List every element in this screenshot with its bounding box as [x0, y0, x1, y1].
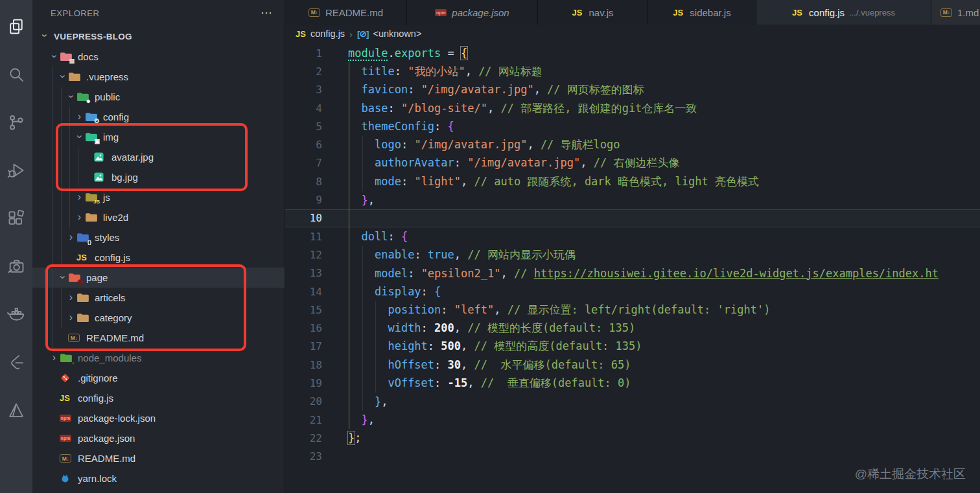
line-content: },: [348, 413, 375, 426]
breadcrumb-symbol[interactable]: <unknown>: [373, 29, 421, 39]
docker-icon[interactable]: [0, 293, 32, 336]
line-number[interactable]: 5: [285, 120, 322, 133]
line-number[interactable]: 9: [285, 194, 322, 206]
code-line-4: 4 base: "/blog-site/", // 部署路径, 跟创建的git仓…: [285, 99, 980, 117]
code-line-22: 22};: [285, 429, 980, 447]
line-content: model: "epsilon2_1", // https://zhousiwe…: [348, 267, 939, 280]
tab-package-json[interactable]: npmpackage.json: [407, 0, 538, 25]
tree-item-label: .vuepress: [86, 71, 128, 82]
folder-js-icon: JS: [85, 192, 99, 203]
line-number[interactable]: 22: [285, 432, 322, 444]
line-number[interactable]: 11: [285, 231, 322, 243]
tree-item--gitignore[interactable]: .gitignore: [32, 368, 285, 388]
js-file-icon: JS: [296, 29, 306, 39]
tree-item-docs[interactable]: ›▤docs: [32, 47, 285, 67]
line-number[interactable]: 18: [285, 359, 322, 371]
folder-node-icon: ■: [60, 352, 73, 363]
npm-icon: npm: [435, 7, 447, 18]
tree-item-styles[interactable]: ›{}styles: [32, 227, 285, 247]
code-line-1: 1module.exports = {: [285, 44, 980, 62]
code-line-2: 2 title: "我的小站", // 网站标题: [285, 62, 980, 80]
line-number[interactable]: 14: [285, 286, 322, 298]
line-number[interactable]: 19: [285, 377, 322, 389]
tab-config-js[interactable]: JSconfig.js.../.vuepress: [756, 0, 931, 25]
chevron-right-icon: ›: [65, 312, 76, 323]
line-number[interactable]: 4: [285, 102, 322, 115]
breadcrumb-file[interactable]: config.js: [310, 29, 345, 39]
tree-item-readme-md[interactable]: M↓README.md: [32, 448, 285, 468]
line-content: mode: "light", // auto 跟随系统, dark 暗色模式, …: [348, 174, 759, 189]
run-debug-icon[interactable]: [0, 149, 32, 192]
tree-item-page[interactable]: ›◉page: [32, 268, 285, 288]
line-number[interactable]: 23: [285, 450, 322, 463]
line-number[interactable]: 17: [285, 340, 322, 352]
code-editor[interactable]: 1module.exports = {2 title: "我的小站", // 网…: [285, 43, 980, 493]
tree-item-avatar-jpg[interactable]: avatar.jpg: [32, 147, 285, 167]
tree-item-package-json[interactable]: npmpackage.json: [32, 428, 285, 448]
yarn-icon: [60, 473, 73, 484]
line-number[interactable]: 15: [285, 304, 322, 316]
tree-item-live2d[interactable]: ›live2d: [32, 207, 285, 227]
tab-sidebar-js[interactable]: JSsidebar.js: [648, 0, 756, 25]
line-content: vOffset: -15, // 垂直偏移(default: 0): [348, 376, 631, 391]
explorer-icon[interactable]: [0, 5, 32, 48]
line-number[interactable]: 2: [285, 65, 322, 78]
tree-item-public[interactable]: ›☻public: [32, 87, 285, 107]
extensions-icon[interactable]: [0, 197, 32, 240]
line-number[interactable]: 21: [285, 414, 322, 426]
js-icon: JS: [792, 7, 804, 18]
line-number[interactable]: 6: [285, 139, 322, 151]
code-line-18: 18 hOffset: 30, // 水平偏移(default: 65): [285, 356, 980, 374]
more-actions-icon[interactable]: ⋯: [261, 10, 273, 16]
line-number[interactable]: 13: [285, 267, 322, 279]
leetcode-icon[interactable]: [0, 341, 32, 384]
code-line-23: 23: [285, 448, 980, 466]
source-control-icon[interactable]: [0, 101, 32, 144]
mountain-tool-icon[interactable]: [0, 389, 32, 431]
line-number[interactable]: 1: [285, 47, 322, 60]
tree-item-label: README.md: [86, 332, 144, 343]
tree-item-label: yarn.lock: [78, 473, 117, 484]
code-line-13: 13 model: "epsilon2_1", // https://zhous…: [285, 264, 980, 282]
markdown-icon: M↓: [68, 332, 82, 343]
codesnap-camera-icon[interactable]: [0, 245, 32, 288]
tab-1-md[interactable]: M↓1.md: [931, 0, 980, 25]
line-number[interactable]: 10: [285, 212, 322, 224]
tree-item-config-js[interactable]: JSconfig.js: [32, 388, 285, 408]
line-number[interactable]: 16: [285, 322, 322, 334]
code-line-3: 3 favicon: "/img/avatar.jpg", // 网页标签的图标: [285, 81, 980, 99]
tree-item-js[interactable]: ›JSjs: [32, 187, 285, 207]
tree-item-config[interactable]: ›⚙config: [32, 107, 285, 127]
tree-item-package-lock-json[interactable]: npmpackage-lock.json: [32, 408, 285, 428]
line-number[interactable]: 12: [285, 249, 322, 261]
tree-item-yarn-lock[interactable]: yarn.lock: [32, 468, 285, 488]
tab-nav-js[interactable]: JSnav.js: [538, 0, 648, 25]
code-line-10: 10: [285, 209, 980, 227]
line-number[interactable]: 7: [285, 157, 322, 169]
js-icon: JS: [76, 252, 90, 263]
tree-item-img[interactable]: ›▣img: [32, 127, 285, 147]
tree-item-articels[interactable]: ›articels: [32, 288, 285, 308]
tab-readme-md[interactable]: M↓README.md: [285, 0, 407, 25]
line-content: display: {: [348, 285, 441, 298]
breadcrumb[interactable]: JS config.js › [⊘] <unknown>: [285, 25, 980, 43]
tree-item-node-modules[interactable]: ›■node_modules: [32, 348, 285, 368]
line-content: },: [348, 395, 388, 408]
markdown-icon: M↓: [60, 453, 73, 464]
folder-docs-icon: ▤: [60, 51, 73, 62]
line-number[interactable]: 20: [285, 395, 322, 407]
tree-item-bg-jpg[interactable]: bg.jpg: [32, 167, 285, 187]
tree-item-readme-md[interactable]: M↓README.md: [32, 328, 285, 348]
folder-plain-icon: [76, 312, 90, 323]
chevron-right-icon: ›: [65, 231, 76, 243]
project-root-row[interactable]: › VUEPRESS-BLOG: [32, 26, 285, 47]
search-icon[interactable]: [0, 53, 32, 96]
line-number[interactable]: 3: [285, 84, 322, 96]
line-number[interactable]: 8: [285, 176, 322, 188]
tree-item-config-js[interactable]: JSconfig.js: [32, 247, 285, 268]
activity-bar: [0, 0, 32, 493]
tree-item--vuepress[interactable]: ›.vuepress: [32, 67, 285, 87]
markdown-icon: M↓: [940, 7, 953, 18]
tree-item-category[interactable]: ›category: [32, 308, 285, 328]
chevron-down-icon: ›: [49, 51, 60, 62]
